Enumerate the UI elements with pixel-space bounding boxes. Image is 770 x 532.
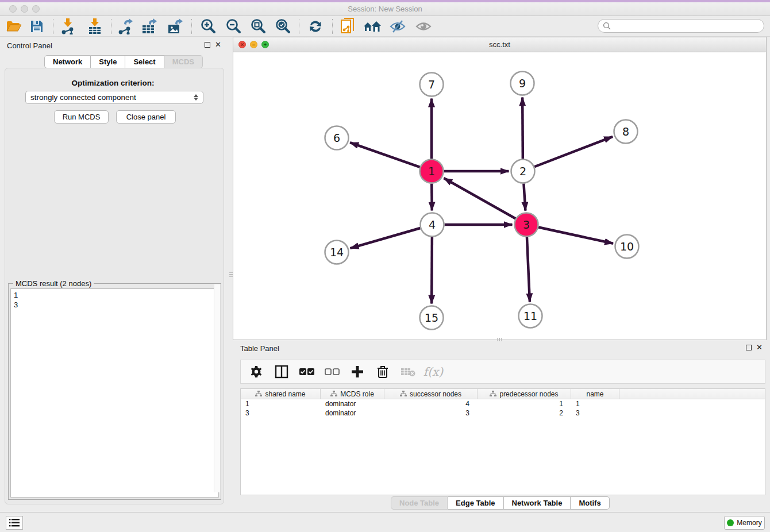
cell-shared-name[interactable]: 3 [241, 408, 321, 418]
tab-mcds[interactable]: MCDS [164, 55, 203, 68]
float-panel-icon[interactable] [746, 345, 752, 350]
criterion-dropdown[interactable]: strongly connected component [25, 91, 203, 104]
network-minimize-icon[interactable]: − [250, 41, 257, 48]
graph-edge-2-9[interactable] [522, 97, 523, 159]
hide-selected-button[interactable] [387, 18, 408, 35]
float-panel-icon[interactable] [205, 42, 210, 48]
cell-successor-nodes[interactable]: 3 [384, 408, 478, 418]
graph-edge-1-6[interactable] [350, 142, 420, 167]
cell-successor-nodes[interactable]: 4 [384, 399, 478, 408]
node-table[interactable]: shared name MCDS role successor nodes pr… [240, 388, 765, 495]
import-network-button[interactable] [57, 18, 78, 35]
search-field[interactable] [598, 19, 764, 33]
horizontal-splitter-grip[interactable] [494, 337, 505, 342]
deselect-all-button[interactable] [324, 363, 341, 380]
cell-shared-name[interactable]: 1 [241, 399, 321, 408]
close-panel-icon[interactable]: ✕ [215, 42, 221, 48]
column-header-mcds-role[interactable]: MCDS role [321, 389, 384, 399]
column-chooser-button[interactable] [273, 363, 290, 380]
graph-edge-4-15[interactable] [432, 237, 432, 303]
memory-button[interactable]: Memory [724, 516, 765, 530]
attribute-tree-icon [490, 391, 496, 397]
function-builder-button[interactable]: f(x) [425, 363, 442, 380]
mcds-result-text[interactable]: 1 3 [10, 288, 219, 498]
cell-predecessor-nodes[interactable]: 2 [478, 408, 571, 418]
graph-edges[interactable] [350, 97, 613, 303]
run-mcds-button[interactable]: Run MCDS [54, 110, 109, 124]
graph-node-label-11: 11 [523, 310, 537, 322]
column-header-predecessor-nodes[interactable]: predecessor nodes [478, 389, 571, 399]
toolbar-separator [111, 19, 111, 34]
export-table-button[interactable] [139, 18, 160, 35]
tab-motifs[interactable]: Motifs [571, 496, 609, 510]
search-icon [603, 22, 611, 30]
zoom-out-icon [225, 18, 241, 34]
mcds-result-group: MCDS result (2 nodes) 1 3 [8, 283, 221, 500]
zoom-fit-button[interactable] [248, 18, 268, 35]
first-neighbors-button[interactable] [362, 18, 383, 35]
network-close-icon[interactable]: ✕ [238, 41, 246, 48]
close-panel-icon[interactable]: ✕ [756, 345, 763, 350]
minimize-window-icon[interactable] [21, 5, 28, 13]
open-session-button[interactable] [3, 18, 24, 35]
save-disk-icon [30, 20, 44, 33]
graph-edge-3-11[interactable] [527, 237, 530, 302]
cell-mcds-role[interactable]: dominator [321, 408, 384, 418]
zoom-in-button[interactable] [198, 18, 218, 35]
graph-edge-2-8[interactable] [534, 137, 613, 167]
function-icon: f(x) [424, 365, 443, 379]
column-header-name[interactable]: name [571, 389, 619, 399]
maximize-window-icon[interactable] [32, 5, 40, 13]
show-all-button[interactable] [413, 18, 434, 35]
zoom-out-button[interactable] [223, 18, 244, 35]
network-graph-canvas[interactable]: 7968124314101511 [233, 52, 766, 340]
graph-edge-2-3[interactable] [523, 183, 525, 210]
graph-node-label-14: 14 [330, 246, 344, 259]
task-history-button[interactable] [6, 516, 23, 530]
result-scrollbar[interactable] [214, 284, 220, 492]
tab-network[interactable]: Network [44, 55, 91, 68]
column-header-successor-nodes[interactable]: successor nodes [384, 389, 478, 399]
window-title: Session: New Session [0, 2, 770, 16]
new-network-from-selection-button[interactable] [338, 18, 359, 35]
graph-edge-1-4[interactable] [432, 183, 432, 210]
close-window-icon[interactable] [9, 5, 17, 13]
eye-slash-icon [390, 20, 406, 33]
delete-table-button[interactable] [399, 363, 417, 380]
export-image-button[interactable] [165, 18, 186, 35]
graph-edge-3-1[interactable] [444, 178, 515, 218]
zoom-in-icon [200, 18, 216, 34]
table-row[interactable]: 1 dominator 4 1 1 [241, 399, 765, 408]
graph-edge-3-10[interactable] [538, 228, 613, 244]
graph-node-label-7: 7 [428, 78, 435, 91]
checked-boxes-icon [299, 368, 314, 376]
search-input[interactable] [614, 22, 764, 30]
tab-node-table[interactable]: Node Table [391, 496, 448, 510]
table-settings-button[interactable] [248, 363, 265, 380]
tab-select[interactable]: Select [125, 55, 164, 68]
column-header-shared-name[interactable]: shared name [241, 389, 321, 399]
close-panel-button[interactable]: Close panel [116, 110, 176, 124]
import-table-button[interactable] [84, 18, 105, 35]
add-column-button[interactable] [349, 363, 366, 380]
refresh-button[interactable] [305, 18, 326, 35]
cell-name[interactable]: 1 [571, 399, 619, 408]
network-zoom-icon[interactable]: + [261, 41, 269, 48]
cell-predecessor-nodes[interactable]: 1 [478, 399, 571, 408]
table-row[interactable]: 3 dominator 3 2 3 [241, 408, 765, 418]
tab-edge-table[interactable]: Edge Table [448, 496, 503, 510]
cell-mcds-role[interactable]: dominator [321, 399, 384, 408]
tab-style[interactable]: Style [91, 55, 125, 68]
cell-name[interactable]: 3 [571, 408, 619, 418]
vertical-splitter-grip[interactable] [229, 269, 234, 280]
control-panel-window-buttons: ✕ [205, 42, 221, 48]
graph-edge-4-14[interactable] [351, 228, 421, 248]
graph-node-label-1: 1 [428, 165, 435, 178]
network-window-titlebar[interactable]: ✕ − + scc.txt [233, 37, 766, 52]
select-all-button[interactable] [298, 363, 315, 380]
zoom-selected-button[interactable] [272, 18, 293, 35]
export-network-button[interactable] [115, 18, 136, 35]
save-session-button[interactable] [26, 18, 47, 35]
tab-network-table[interactable]: Network Table [504, 496, 571, 510]
delete-column-button[interactable] [374, 363, 391, 380]
